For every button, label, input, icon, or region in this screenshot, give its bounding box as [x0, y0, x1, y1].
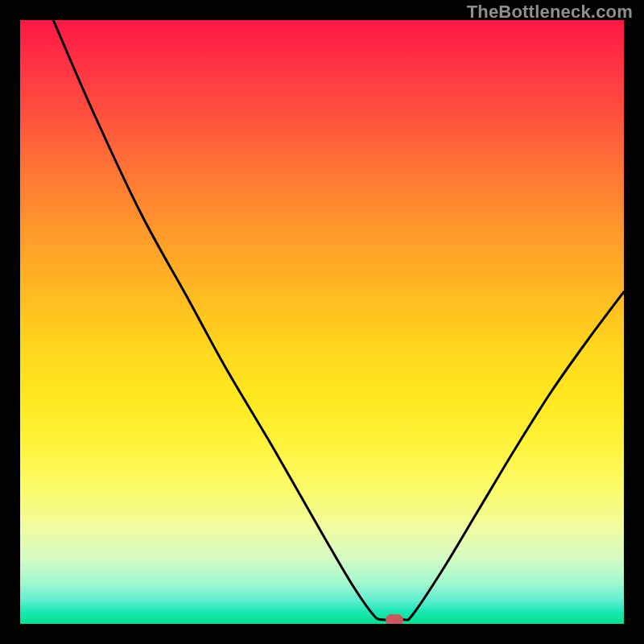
- chart-frame: TheBottleneck.com: [0, 0, 644, 644]
- plot-area: [20, 20, 624, 624]
- curve-svg: [20, 20, 624, 624]
- bottleneck-curve: [53, 20, 624, 621]
- optimal-marker: [386, 614, 403, 624]
